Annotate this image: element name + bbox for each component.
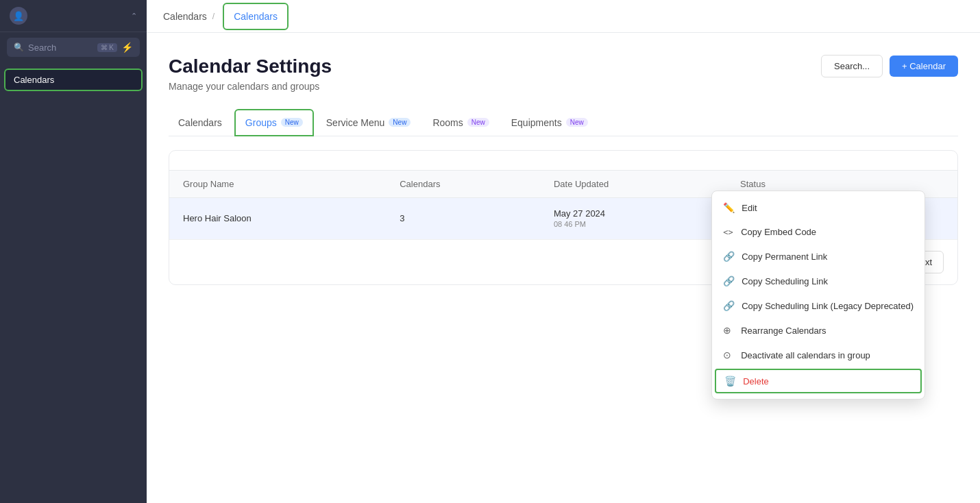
tab-rooms-badge: New — [467, 118, 489, 127]
context-item-rearrange[interactable]: ⊕ Rearrange Calendars — [712, 318, 924, 343]
context-item-delete[interactable]: 🗑️ Delete — [715, 369, 922, 393]
context-copy-embed-label: Copy Embed Code — [741, 227, 816, 237]
tab-service-menu-label: Service Menu — [326, 117, 385, 128]
search-shortcut: ⌘ K — [97, 43, 117, 52]
tab-equipments[interactable]: Equipments New — [502, 110, 598, 135]
rearrange-icon: ⊕ — [723, 325, 734, 336]
context-delete-label: Delete — [743, 376, 769, 387]
cell-calendars: 3 — [386, 197, 540, 239]
context-copy-scheduling-legacy-label: Copy Scheduling Link (Legacy Deprecated) — [742, 301, 914, 311]
sidebar-search[interactable]: 🔍 Search ⌘ K ⚡ — [7, 38, 140, 57]
context-deactivate-label: Deactivate all calendars in group — [741, 350, 870, 360]
context-menu: ✏️ Edit <> Copy Embed Code 🔗 Copy Perman… — [711, 191, 925, 400]
context-item-edit[interactable]: ✏️ Edit — [712, 195, 924, 220]
tab-equipments-label: Equipments — [511, 117, 562, 128]
tab-groups-label: Groups — [245, 117, 277, 128]
spark-icon: ⚡ — [121, 42, 133, 53]
sidebar-item-label: Calendars — [14, 75, 54, 85]
sub-tabs: Calendars Groups New Service Menu New Ro… — [169, 108, 958, 136]
col-date-updated: Date Updated — [540, 171, 726, 198]
context-edit-label: Edit — [742, 203, 757, 213]
breadcrumb[interactable]: Calendars — [163, 11, 207, 22]
header-actions: Search... + Calendar — [821, 55, 958, 77]
context-copy-scheduling-label: Copy Scheduling Link — [742, 276, 828, 286]
cell-date: May 27 2024 08 46 PM — [540, 197, 726, 239]
search-icon: 🔍 — [14, 42, 24, 52]
topbar: Calendars / Calendars — [147, 0, 980, 33]
main-content: Calendars / Calendars Calendar Settings … — [147, 0, 980, 503]
user-icon: 👤 — [10, 7, 27, 25]
search-label: Search — [28, 42, 56, 53]
tab-groups[interactable]: Groups New — [234, 109, 314, 136]
context-item-copy-scheduling-legacy[interactable]: 🔗 Copy Scheduling Link (Legacy Deprecate… — [712, 293, 924, 318]
edit-icon: ✏️ — [723, 202, 735, 213]
tab-rooms[interactable]: Rooms New — [423, 110, 498, 135]
sidebar-nav: Calendars — [0, 62, 147, 503]
sidebar-user[interactable]: 👤 ⌃ — [0, 0, 147, 32]
sidebar-item-calendars[interactable]: Calendars — [4, 69, 143, 91]
context-copy-permanent-label: Copy Permanent Link — [742, 251, 827, 262]
col-group-name: Group Name — [169, 171, 386, 198]
link-icon-2: 🔗 — [723, 275, 735, 286]
page-content: Calendar Settings Manage your calendars … — [147, 33, 980, 503]
tab-groups-badge: New — [281, 118, 303, 127]
search-button[interactable]: Search... — [821, 55, 883, 77]
table-toolbar — [169, 151, 957, 171]
sidebar: 👤 ⌃ 🔍 Search ⌘ K ⚡ Calendars — [0, 0, 147, 503]
col-calendars: Calendars — [386, 171, 540, 198]
breadcrumb-separator: / — [212, 12, 215, 21]
date-main: May 27 2024 — [554, 208, 713, 219]
page-header-text: Calendar Settings Manage your calendars … — [169, 55, 332, 92]
chevron-icon: ⌃ — [131, 12, 137, 21]
link-icon-1: 🔗 — [723, 251, 735, 262]
topbar-active-tab[interactable]: Calendars — [223, 3, 289, 30]
delete-icon: 🗑️ — [724, 376, 736, 387]
tab-calendars[interactable]: Calendars — [169, 110, 232, 135]
add-calendar-button[interactable]: + Calendar — [890, 56, 958, 77]
context-item-copy-embed[interactable]: <> Copy Embed Code — [712, 220, 924, 244]
context-item-copy-scheduling[interactable]: 🔗 Copy Scheduling Link — [712, 269, 924, 293]
page-subtitle: Manage your calendars and groups — [169, 81, 332, 92]
context-item-copy-permanent[interactable]: 🔗 Copy Permanent Link — [712, 244, 924, 269]
tab-rooms-label: Rooms — [432, 117, 463, 128]
context-item-deactivate[interactable]: ⊙ Deactivate all calendars in group — [712, 343, 924, 367]
tab-service-menu-badge: New — [389, 118, 411, 127]
context-rearrange-label: Rearrange Calendars — [741, 326, 826, 336]
tab-service-menu[interactable]: Service Menu New — [317, 110, 421, 135]
deactivate-icon: ⊙ — [723, 349, 734, 360]
page-title: Calendar Settings — [169, 55, 332, 78]
sidebar-user-left: 👤 — [10, 7, 33, 25]
embed-icon: <> — [723, 228, 734, 237]
date-time: 08 46 PM — [554, 220, 713, 228]
link-icon-3: 🔗 — [723, 300, 735, 311]
cell-group-name: Hero Hair Saloon — [169, 197, 386, 239]
tab-calendars-label: Calendars — [178, 117, 222, 128]
page-header: Calendar Settings Manage your calendars … — [169, 55, 958, 92]
tab-equipments-badge: New — [566, 118, 588, 127]
